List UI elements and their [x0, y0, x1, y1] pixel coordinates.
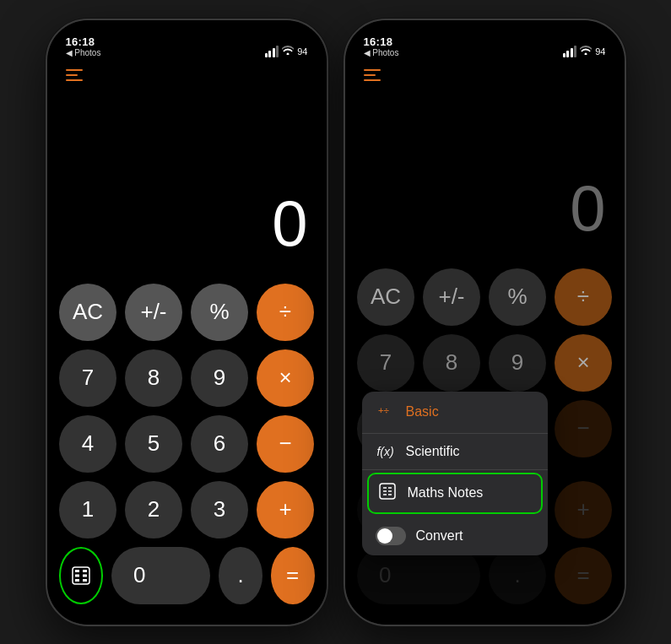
btn-multiply[interactable]: × [257, 349, 314, 407]
btn-row-4: 1 2 3 + [59, 481, 315, 538]
btn-percent-r[interactable]: % [489, 268, 546, 326]
svg-rect-1 [75, 570, 79, 572]
time-right: 16:18 [364, 35, 399, 48]
wifi-icon [282, 46, 294, 57]
battery-icon: 94 [297, 46, 307, 57]
battery-icon-right: 94 [595, 46, 605, 57]
btn-9[interactable]: 9 [191, 349, 248, 407]
status-bar-right: 16:18 ◀ Photos [345, 20, 625, 62]
btn-ac-r[interactable]: AC [357, 268, 414, 326]
btn-7[interactable]: 7 [59, 349, 116, 407]
btn-row-5: 0 . = [59, 547, 315, 604]
btn-plusminus[interactable]: +/- [125, 284, 182, 341]
status-bar-left: 16:18 ◀ Photos [47, 20, 327, 62]
menu-item-maths-notes[interactable]: Maths Notes [367, 473, 543, 514]
svg-rect-2 [83, 570, 87, 572]
btn-1[interactable]: 1 [59, 481, 116, 538]
svg-rect-5 [75, 579, 79, 582]
menu-item-maths-notes-label: Maths Notes [408, 485, 484, 501]
screenshot-container: 16:18 ◀ Photos [0, 0, 671, 644]
basic-icon: +÷ [376, 402, 396, 423]
btn-row-1: AC +/- % ÷ [59, 284, 315, 341]
scientific-icon: f(x) [376, 445, 396, 458]
btn-row-2: 7 8 9 × [59, 349, 315, 407]
button-grid-left: AC +/- % ÷ 7 8 9 × 4 5 [47, 277, 327, 625]
display-number-right: 0 [570, 171, 603, 245]
btn-calculator-icon[interactable] [59, 547, 104, 604]
convert-toggle[interactable] [376, 527, 406, 545]
btn-equals[interactable]: = [271, 547, 315, 604]
dropdown-menu: +÷ Basic f(x) Scientific [362, 392, 548, 555]
svg-text:+÷: +÷ [378, 405, 390, 416]
btn-subtract-r[interactable]: − [555, 400, 612, 457]
btn-7-r[interactable]: 7 [357, 334, 414, 392]
btn-plusminus-r[interactable]: +/- [423, 268, 480, 326]
svg-rect-3 [75, 574, 79, 576]
svg-rect-4 [83, 574, 87, 576]
btn-9-r[interactable]: 9 [489, 334, 546, 392]
btn-add[interactable]: + [257, 481, 314, 538]
btn-dot[interactable]: . [219, 547, 262, 604]
menu-icon-right[interactable] [364, 69, 381, 81]
btn-8-r[interactable]: 8 [423, 334, 480, 392]
btn-3[interactable]: 3 [191, 481, 248, 538]
btn-dot-r[interactable]: . [489, 547, 546, 604]
btn-divide-r[interactable]: ÷ [555, 268, 612, 326]
btn-zero-r[interactable]: 0 [357, 547, 480, 604]
menu-item-basic-label: Basic [406, 404, 439, 419]
status-icons-right: 94 [563, 46, 606, 57]
btn-ac[interactable]: AC [59, 284, 116, 341]
btn-add-r[interactable]: + [555, 481, 612, 538]
menu-item-basic[interactable]: +÷ Basic [362, 392, 548, 434]
btn-subtract[interactable]: − [257, 415, 314, 473]
back-label-right: ◀ Photos [364, 48, 399, 57]
signal-icon-right [563, 46, 577, 57]
maths-notes-icon [377, 482, 398, 505]
menu-icon-left[interactable] [66, 69, 83, 81]
btn-5[interactable]: 5 [125, 415, 182, 473]
calc-screen-right: 0 AC +/- % ÷ 7 8 9 × [345, 20, 625, 625]
btn-4[interactable]: 4 [59, 415, 116, 473]
svg-rect-6 [83, 579, 87, 582]
signal-icon [265, 46, 279, 57]
status-icons-left: 94 [265, 46, 308, 57]
btn-equals-r[interactable]: = [555, 547, 612, 604]
btn-divide[interactable]: ÷ [257, 284, 314, 341]
btn-2[interactable]: 2 [125, 481, 182, 538]
menu-item-scientific[interactable]: f(x) Scientific [362, 434, 548, 470]
btn-6[interactable]: 6 [191, 415, 248, 473]
menu-item-convert[interactable]: Convert [362, 517, 548, 555]
right-phone: 16:18 ◀ Photos [344, 19, 626, 626]
menu-item-scientific-label: Scientific [406, 444, 460, 459]
menu-item-convert-label: Convert [416, 528, 463, 544]
svg-rect-8 [380, 484, 395, 499]
btn-percent[interactable]: % [191, 284, 248, 341]
btn-row-3: 4 5 6 − [59, 415, 315, 473]
time-left: 16:18 [66, 35, 101, 48]
toggle-knob [377, 528, 392, 544]
btn-8[interactable]: 8 [125, 349, 182, 407]
btn-zero[interactable]: 0 [111, 547, 210, 604]
wifi-icon-right [580, 46, 592, 57]
display-number-left: 0 [272, 187, 306, 260]
back-label-left: ◀ Photos [66, 48, 101, 57]
left-phone: 16:18 ◀ Photos [46, 19, 328, 626]
btn-multiply-r[interactable]: × [555, 334, 612, 392]
calc-screen-left: 0 AC +/- % ÷ 7 8 9 × [47, 20, 327, 625]
